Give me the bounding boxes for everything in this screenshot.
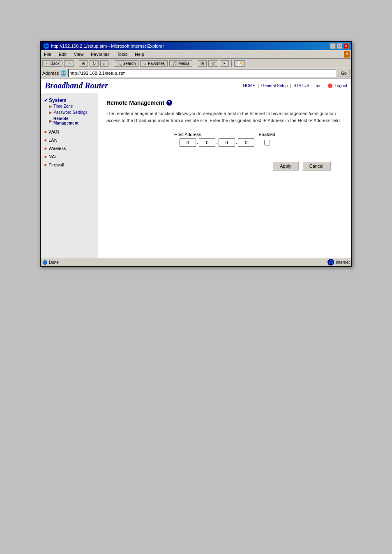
enabled-checkbox[interactable] xyxy=(264,140,270,145)
sidebar-label-firewall: Firewall xyxy=(48,162,64,167)
ip-field-3[interactable] xyxy=(219,138,235,147)
button-row: Apply Cancel xyxy=(106,162,343,171)
nav-tool[interactable]: Tool xyxy=(315,83,322,88)
browser-title: http://192.168.2.1/setup.stm - Microsoft… xyxy=(51,44,164,48)
status-bar: 🔵 Done 🌐 Internet xyxy=(41,258,351,266)
page-header: Broadband Router HOME | General Setup | … xyxy=(41,78,351,93)
brand-title: Broadband Router xyxy=(45,81,108,90)
toolbar-separator-2 xyxy=(111,60,111,67)
ip-group: . . . xyxy=(180,138,254,147)
toolbar-separator-3 xyxy=(195,60,195,67)
status-text: Done xyxy=(49,260,59,265)
cancel-button[interactable]: Cancel xyxy=(302,162,331,171)
nav-home[interactable]: HOME xyxy=(243,83,256,88)
ip-field-1[interactable] xyxy=(180,138,196,147)
menu-bar: File Edit View Favorites Tools Help e xyxy=(41,50,351,59)
ie-logo: e xyxy=(344,51,350,58)
remote-arrow: ▶ xyxy=(49,119,52,123)
status-right: 🌐 Internet xyxy=(327,259,350,265)
browser-icon: 🌐 xyxy=(43,43,49,49)
password-arrow: ▶ xyxy=(49,110,52,115)
discuss-button[interactable]: ✂ xyxy=(220,60,229,67)
menu-help[interactable]: Help xyxy=(133,51,146,58)
mail-button[interactable]: ✉ xyxy=(198,60,207,67)
sidebar-item-lan[interactable]: ● LAN xyxy=(44,136,95,144)
sidebar-system-label: System xyxy=(49,97,67,103)
sidebar-label-wan: WAN xyxy=(48,129,59,134)
sidebar-label-nat: NAT xyxy=(48,154,57,159)
browser-window: 🌐 http://192.168.2.1/setup.stm - Microso… xyxy=(40,41,352,267)
forward-button[interactable]: → xyxy=(64,60,74,67)
main-layout: ✔ System ▶ Time Zone ▶ Password Settings… xyxy=(41,93,351,258)
ip-field-2[interactable] xyxy=(199,138,215,147)
toolbar-separator-1: - xyxy=(76,61,77,66)
edit-page-button[interactable]: 📝 xyxy=(234,60,245,67)
ip-input-row: . . . xyxy=(180,138,270,147)
menu-edit[interactable]: Edit xyxy=(57,51,68,58)
nat-bullet: ● xyxy=(44,154,47,159)
favorites-button[interactable]: ☆ Favorites xyxy=(140,60,168,67)
nav-status[interactable]: STATUS xyxy=(293,83,309,88)
ip-dot-3: . xyxy=(236,140,237,145)
sidebar-label-lan: LAN xyxy=(48,138,57,143)
sidebar-system-section: ✔ System ▶ Time Zone ▶ Password Settings… xyxy=(44,97,95,126)
sidebar-item-wireless[interactable]: ● Wireless xyxy=(44,144,95,152)
timezone-arrow: ▶ xyxy=(49,104,52,108)
help-icon[interactable]: ? xyxy=(166,100,172,106)
title-bar: 🌐 http://192.168.2.1/setup.stm - Microso… xyxy=(41,42,351,50)
zone-icon: 🌐 xyxy=(327,259,334,265)
media-button[interactable]: 🎵 Media xyxy=(169,60,192,67)
ip-field-4[interactable] xyxy=(238,138,254,147)
sidebar-label-wireless: Wireless xyxy=(48,146,66,151)
enabled-label: Enabled xyxy=(259,132,275,137)
sidebar-item-remote[interactable]: ▶ Remote Management xyxy=(44,115,95,126)
stop-button[interactable]: ⊗ xyxy=(79,60,88,67)
nav-sep-2: | xyxy=(290,83,292,88)
menu-file[interactable]: File xyxy=(42,51,53,58)
sidebar-item-wan[interactable]: ● WAN xyxy=(44,128,95,136)
wireless-bullet: ● xyxy=(44,145,47,151)
page-icon: 🌐 xyxy=(60,70,67,76)
minimize-button[interactable]: _ xyxy=(330,43,336,49)
close-button[interactable]: ✕ xyxy=(343,43,349,49)
column-headers: Host Address Enabled xyxy=(174,132,275,137)
sidebar-item-nat[interactable]: ● NAT xyxy=(44,152,95,161)
ip-dot-2: . xyxy=(216,140,217,145)
title-bar-left: 🌐 http://192.168.2.1/setup.stm - Microso… xyxy=(43,43,164,49)
sidebar: ✔ System ▶ Time Zone ▶ Password Settings… xyxy=(41,93,98,258)
nav-logout[interactable]: Logout xyxy=(334,83,347,88)
back-button[interactable]: ← Back xyxy=(42,60,62,67)
address-input[interactable] xyxy=(68,69,336,77)
sidebar-item-timezone[interactable]: ▶ Time Zone xyxy=(44,103,95,109)
firewall-bullet: ● xyxy=(44,162,47,168)
menu-view[interactable]: View xyxy=(72,51,85,58)
menu-favorites[interactable]: Favorites xyxy=(89,51,111,58)
address-label: Address xyxy=(42,71,59,76)
menu-tools[interactable]: Tools xyxy=(115,51,129,58)
nav-sep-3: | xyxy=(311,83,314,88)
nav-sep-1: | xyxy=(258,83,260,88)
refresh-button[interactable]: ↻ xyxy=(90,60,99,67)
system-arrow: ✔ xyxy=(44,97,48,103)
title-bar-controls[interactable]: _ □ ✕ xyxy=(330,43,349,49)
home-button[interactable]: ⌂ xyxy=(100,60,108,67)
description-text: The remote management function allows yo… xyxy=(106,110,343,124)
toolbar: ← Back → - ⊗ ↻ ⌂ 🔍 Search ☆ Favorites 🎵 … xyxy=(41,59,351,68)
section-title: Remote Management ? xyxy=(106,99,343,106)
maximize-button[interactable]: □ xyxy=(337,43,342,49)
section-title-text: Remote Management xyxy=(106,99,164,106)
main-content: Remote Management ? The remote managemen… xyxy=(98,93,351,258)
wan-bullet: ● xyxy=(44,129,47,135)
go-button[interactable]: Go xyxy=(338,70,350,76)
sidebar-item-password[interactable]: ▶ Password Settings xyxy=(44,109,95,115)
sidebar-item-firewall[interactable]: ● Firewall xyxy=(44,161,95,169)
search-button[interactable]: 🔍 Search xyxy=(114,60,138,67)
print-button[interactable]: 🖨 xyxy=(208,60,218,67)
nav-links: HOME | General Setup | STATUS | Tool 🔴 L… xyxy=(243,83,348,88)
nav-general-setup[interactable]: General Setup xyxy=(261,83,288,88)
ip-dot-1: . xyxy=(197,140,198,145)
status-icon: 🔵 xyxy=(42,260,47,265)
apply-button[interactable]: Apply xyxy=(272,162,299,171)
sidebar-system-header[interactable]: ✔ System xyxy=(44,97,95,103)
sidebar-label-remote: Remote Management xyxy=(53,116,95,125)
